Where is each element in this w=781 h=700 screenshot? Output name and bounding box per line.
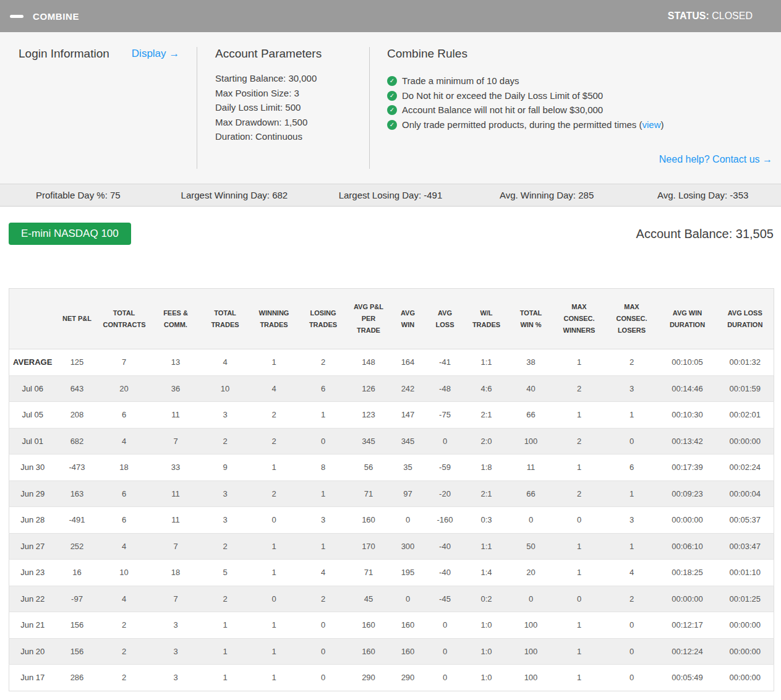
cell: 1: [202, 665, 249, 691]
display-link[interactable]: Display →: [132, 48, 179, 60]
row-label: Jun 22: [9, 586, 56, 612]
rule-text: Trade a minimum of 10 days: [402, 74, 519, 88]
cell: 18: [150, 560, 202, 586]
table-row: Jun 28-4916113031600-1600:300300:00:0000…: [9, 507, 774, 534]
column-header: LOSING TRADES: [299, 289, 348, 349]
cell: 97: [390, 480, 426, 507]
cell: 2: [605, 586, 659, 612]
account-parameter-3: Max Drawdown: 1,500: [215, 115, 369, 130]
cell: 1:1: [464, 349, 509, 376]
cell: 100: [509, 428, 553, 455]
cell: 00:01:10: [717, 560, 774, 586]
cell: 156: [56, 612, 98, 639]
cell: 160: [390, 612, 426, 639]
cell: 00:10:05: [659, 349, 717, 376]
table-row: Jun 2725247211170300-401:1501100:06:1000…: [9, 533, 774, 560]
average-row: AVERAGE125713412148164-411:1381200:10:05…: [9, 349, 774, 376]
stat-item-3: Avg. Winning Day: 285: [469, 190, 625, 200]
table-header-row: NET P&LTOTAL CONTRACTSFEES & COMM.TOTAL …: [9, 289, 774, 349]
check-icon: ✓: [387, 91, 397, 101]
table-row: Jun 30-47318339185635-591:8111600:17:390…: [9, 455, 774, 481]
account-parameters-heading: Account Parameters: [215, 47, 369, 61]
row-label: Jun 28: [9, 507, 56, 534]
table-row: Jul 016824722034534502:01002000:13:4200:…: [9, 428, 774, 455]
cell: 1: [202, 638, 249, 665]
account-parameters-section: Account Parameters Starting Balance: 30,…: [197, 47, 369, 169]
cell: 6: [98, 507, 150, 534]
cell: 00:06:10: [659, 533, 717, 560]
cell: 1: [553, 560, 605, 586]
cell: 3: [299, 507, 348, 534]
help-row: Need help? Contact us →: [387, 154, 772, 165]
stat-item-0: Profitable Day %: 75: [0, 190, 156, 200]
cell: 2: [98, 612, 150, 639]
cell: 38: [509, 349, 553, 376]
view-link[interactable]: view: [642, 119, 661, 130]
cell: -40: [426, 533, 464, 560]
cell: -40: [426, 560, 464, 586]
stat-item-2: Largest Losing Day: -491: [312, 190, 469, 200]
account-row: E-mini NASDAQ 100 Account Balance: 31,50…: [9, 223, 774, 245]
cell: 2: [553, 428, 605, 455]
window-title: COMBINE: [33, 11, 79, 22]
cell: 1: [299, 402, 348, 429]
cell: 1: [249, 638, 299, 665]
row-label: Jul 05: [9, 402, 56, 429]
combine-rule-1: ✓Do Not hit or exceed the Daily Loss Lim…: [387, 88, 772, 103]
cell: -473: [56, 455, 98, 481]
cell: 00:00:00: [659, 507, 717, 534]
cell: 2: [553, 480, 605, 507]
cell: 3: [150, 638, 202, 665]
daily-stats-table: NET P&LTOTAL CONTRACTSFEES & COMM.TOTAL …: [9, 288, 774, 691]
cell: 00:10:30: [659, 402, 717, 429]
rule-text: Account Balance will not hit or fall bel…: [402, 103, 603, 117]
cell: -48: [426, 375, 464, 402]
cell: 0: [249, 586, 299, 612]
row-label: Jun 23: [9, 560, 56, 586]
cell: 208: [56, 402, 98, 429]
collapse-icon[interactable]: [10, 15, 23, 18]
column-header: AVG LOSS DURATION: [717, 289, 774, 349]
cell: 100: [509, 638, 553, 665]
cell: 00:13:42: [659, 428, 717, 455]
cell: 00:00:00: [659, 586, 717, 612]
table-row: Jun 201562311016016001:01001000:12:2400:…: [9, 638, 774, 665]
cell: 3: [150, 665, 202, 691]
cell: 0: [605, 665, 659, 691]
status-indicator: STATUS: CLOSED: [668, 11, 753, 22]
contact-us-link[interactable]: Need help? Contact us →: [659, 154, 772, 164]
cell: 123: [348, 402, 390, 429]
cell: 0: [299, 428, 348, 455]
product-button[interactable]: E-mini NASDAQ 100: [9, 223, 131, 245]
cell: 163: [56, 480, 98, 507]
table-row: Jun 2316101851471195-401:4201400:18:2500…: [9, 560, 774, 586]
cell: 00:03:47: [717, 533, 774, 560]
cell: 2: [98, 665, 150, 691]
cell: 00:02:01: [717, 402, 774, 429]
cell: 1: [249, 560, 299, 586]
combine-titlebar: COMBINE STATUS: CLOSED: [0, 0, 781, 32]
cell: 1: [202, 612, 249, 639]
cell: 1: [249, 533, 299, 560]
cell: 1: [605, 533, 659, 560]
cell: 286: [56, 665, 98, 691]
cell: 1:4: [464, 560, 509, 586]
cell: 50: [509, 533, 553, 560]
cell: 0: [426, 638, 464, 665]
cell: 3: [605, 375, 659, 402]
cell: 160: [348, 638, 390, 665]
cell: 300: [390, 533, 426, 560]
cell: 0: [426, 612, 464, 639]
cell: -41: [426, 349, 464, 376]
cell: 2: [249, 480, 299, 507]
titlebar-left: COMBINE: [10, 11, 79, 22]
cell: 1: [553, 612, 605, 639]
cell: 00:09:23: [659, 480, 717, 507]
column-header: TOTAL TRADES: [202, 289, 249, 349]
cell: 00:00:00: [717, 638, 774, 665]
cell: 160: [348, 507, 390, 534]
cell: 4: [605, 560, 659, 586]
cell: 0: [605, 638, 659, 665]
cell: 9: [202, 455, 249, 481]
row-label: Jun 17: [9, 665, 56, 691]
